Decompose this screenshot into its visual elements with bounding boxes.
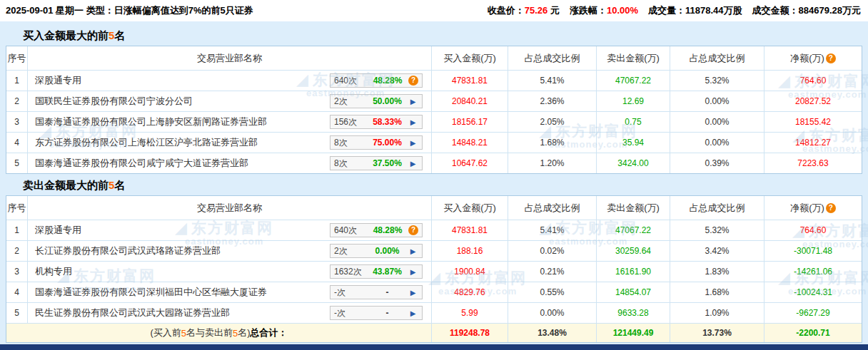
badge-times: 640次 — [334, 225, 367, 237]
net-amount-cell: -14261.06 — [764, 261, 862, 282]
detail-arrow-icon[interactable]: ▶ — [408, 247, 418, 255]
lhb-history-badge[interactable]: 2次 50.00% ▶ — [330, 94, 423, 108]
detail-arrow-icon[interactable]: ▶ — [408, 98, 418, 105]
badge-times: -次 — [334, 307, 367, 319]
buy-amount-cell: 10647.62 — [432, 153, 508, 173]
branch-name-link[interactable]: 国泰海通证券股份有限公司深圳福田中心区华融大厦证券 — [35, 286, 267, 299]
lhb-history-badge[interactable]: 8次 37.50% ▶ — [330, 156, 423, 170]
sell-amount-cell: 3424.00 — [597, 153, 670, 173]
row-index: 4 — [6, 282, 28, 302]
help-icon[interactable]: ? — [408, 76, 418, 86]
branch-name-cell: 深股通专用 640次 48.28% ? — [28, 70, 432, 91]
col-sell-amount: 卖出金额(万) — [597, 46, 670, 70]
branch-name-cell: 长江证券股份有限公司武汉武珞路证券营业部 2次 0.00% ▶ — [28, 240, 432, 261]
net-amount-cell: -9627.29 — [764, 302, 862, 323]
lhb-history-badge[interactable]: 156次 58.33% ▶ — [330, 115, 423, 129]
sell-table-header: 序号 交易营业部名称 买入金额(万) 占总成交比例 卖出金额(万) 占总成交比例… — [6, 196, 862, 220]
buy-ratio-cell: 0.02% — [508, 240, 597, 261]
sell-ratio-cell: 0.00% — [670, 111, 764, 132]
stock-stats: 收盘价：75.26 元 涨跌幅：10.00% 成交量：11878.44万股 成交… — [488, 4, 861, 17]
detail-arrow-icon[interactable]: ▶ — [408, 309, 418, 317]
buy-amount-cell: 5.99 — [432, 302, 508, 323]
col-no: 序号 — [6, 46, 28, 70]
branch-name-link[interactable]: 长江证券股份有限公司武汉武珞路证券营业部 — [35, 245, 221, 257]
buy-amount-cell: 4829.76 — [432, 282, 508, 302]
branch-name-link[interactable]: 东方证券股份有限公司上海松江区沪亭北路证券营业部 — [35, 136, 258, 149]
branch-name-link[interactable]: 国联民生证券股份有限公司宁波分公司 — [35, 95, 193, 108]
total-sell-ratio: 13.73% — [670, 323, 764, 342]
col-buy-ratio: 占总成交比例 — [508, 46, 597, 70]
branch-name-link[interactable]: 机构专用 — [35, 265, 72, 278]
table-row: 5 民生证券股份有限公司武汉武大园路证券营业部 -次 - ▶ 5.99 0.00… — [6, 302, 862, 323]
branch-name-link[interactable]: 深股通专用 — [35, 224, 81, 237]
row-index: 5 — [6, 302, 28, 323]
buy-ratio-cell: 2.36% — [508, 91, 597, 111]
amount-stat: 成交金额：884679.28万元 — [752, 4, 861, 17]
branch-name-link[interactable]: 深股通专用 — [35, 74, 81, 87]
badge-times: 8次 — [334, 158, 367, 170]
branch-name-cell: 机构专用 1632次 43.87% ▶ — [28, 261, 432, 282]
row-index: 3 — [6, 111, 28, 132]
badge-win-rate: 37.50% — [368, 158, 406, 168]
table-row: 3 机构专用 1632次 43.87% ▶ 1900.84 0.21% 1616… — [6, 261, 862, 282]
row-index: 1 — [6, 220, 28, 240]
sell-table: 序号 交易营业部名称 买入金额(万) 占总成交比例 卖出金额(万) 占总成交比例… — [6, 195, 862, 343]
branch-name-link[interactable]: 民生证券股份有限公司武汉武大园路证券营业部 — [35, 307, 230, 319]
badge-win-rate: 43.87% — [368, 267, 406, 277]
buy-amount-cell: 188.16 — [432, 240, 508, 261]
col-net-amount: 净额(万)? — [764, 196, 862, 220]
branch-name-link[interactable]: 国泰海通证券股份有限公司上海静安区新闸路证券营业部 — [35, 115, 267, 128]
lhb-history-badge[interactable]: -次 - ▶ — [330, 306, 423, 320]
badge-win-rate: 50.00% — [368, 96, 406, 106]
buy-ratio-cell: 0.00% — [508, 302, 597, 323]
totals-row: (买入前5名与卖出前5名)总合计： 119248.78 13.48% 12144… — [6, 323, 862, 342]
table-row: 1 深股通专用 640次 48.28% ? 47831.81 5.41% 470… — [6, 220, 862, 240]
badge-win-rate: 58.33% — [368, 117, 406, 127]
row-index: 2 — [6, 240, 28, 261]
lhb-history-badge[interactable]: 8次 75.00% ▶ — [330, 135, 423, 150]
sell-amount-cell: 9633.28 — [597, 302, 670, 323]
detail-arrow-icon[interactable]: ▶ — [408, 118, 418, 126]
date-and-type-label: 2025-09-01 星期一 类型：日涨幅偏离值达到7%的前5只证券 — [6, 4, 253, 17]
help-icon[interactable]: ? — [826, 203, 836, 213]
help-icon[interactable]: ? — [408, 225, 418, 235]
volume-stat: 成交量：11878.44万股 — [648, 4, 742, 17]
buy-amount-cell: 1900.84 — [432, 261, 508, 282]
sell-ratio-cell: 0.00% — [670, 132, 764, 153]
buy-ratio-cell: 0.21% — [508, 261, 597, 282]
table-row: 1 深股通专用 640次 48.28% ? 47831.81 5.41% 470… — [6, 70, 862, 91]
table-row: 4 国泰海通证券股份有限公司深圳福田中心区华融大厦证券 -次 - ▶ 4829.… — [6, 282, 862, 302]
lhb-history-badge[interactable]: 640次 48.28% ? — [330, 223, 423, 237]
sell-amount-cell: 47067.22 — [597, 220, 670, 240]
table-row: 3 国泰海通证券股份有限公司上海静安区新闸路证券营业部 156次 58.33% … — [6, 111, 862, 132]
sell-ratio-cell: 5.32% — [670, 220, 764, 240]
col-net-amount: 净额(万)? — [764, 46, 862, 70]
sell-ratio-cell: 0.39% — [670, 153, 764, 173]
row-index: 5 — [6, 153, 28, 173]
sell-amount-cell: 47067.22 — [597, 70, 670, 91]
sell-ratio-cell: 1.09% — [670, 302, 764, 323]
detail-arrow-icon[interactable]: ▶ — [408, 139, 418, 147]
lhb-panel: 买入金额最大的前5名 序号 交易营业部名称 买入金额(万) 占总成交比例 卖出金… — [0, 21, 868, 344]
lhb-history-badge[interactable]: 2次 0.00% ▶ — [330, 244, 423, 258]
branch-name-link[interactable]: 国泰海通证券股份有限公司咸宁咸宁大道证券营业部 — [35, 157, 248, 170]
detail-arrow-icon[interactable]: ▶ — [408, 289, 418, 297]
row-index: 2 — [6, 91, 28, 111]
badge-times: 640次 — [334, 75, 367, 87]
detail-arrow-icon[interactable]: ▶ — [408, 160, 418, 168]
lhb-history-badge[interactable]: -次 - ▶ — [330, 285, 423, 299]
detail-arrow-icon[interactable]: ▶ — [408, 268, 418, 276]
buy-ratio-cell: 2.05% — [508, 111, 597, 132]
badge-times: 156次 — [334, 116, 367, 128]
badge-win-rate: 75.00% — [368, 138, 406, 148]
lhb-history-badge[interactable]: 1632次 43.87% ▶ — [330, 264, 423, 279]
buy-section-title: 买入金额最大的前5名 — [6, 26, 862, 46]
table-row: 5 国泰海通证券股份有限公司咸宁咸宁大道证券营业部 8次 37.50% ▶ 10… — [6, 153, 862, 173]
close-price-value: 75.26 — [525, 5, 548, 16]
buy-ratio-cell: 5.41% — [508, 70, 597, 91]
lhb-history-badge[interactable]: 640次 48.28% ? — [330, 73, 423, 88]
table-row: 4 东方证券股份有限公司上海松江区沪亭北路证券营业部 8次 75.00% ▶ 1… — [6, 132, 862, 153]
badge-times: 1632次 — [334, 266, 367, 278]
buy-table-body: 1 深股通专用 640次 48.28% ? 47831.81 5.41% 470… — [6, 70, 862, 173]
help-icon[interactable]: ? — [826, 53, 836, 63]
